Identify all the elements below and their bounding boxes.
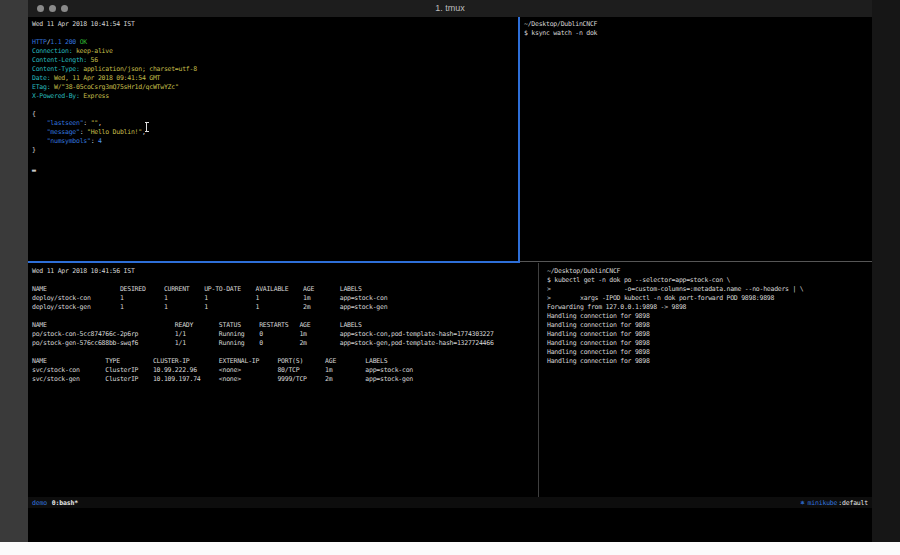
terminal-line: ~/Desktop/DublinCNCF — [547, 267, 876, 276]
pane-divider-vertical-top[interactable] — [518, 17, 520, 262]
traffic-lights — [37, 5, 68, 12]
terminal-line — [32, 155, 520, 164]
terminal-line: { — [32, 110, 520, 119]
terminal-window: 1. tmux Wed 11 Apr 2018 10:41:54 ISTHTTP… — [28, 0, 872, 542]
terminal-line: Connection: keep-alive — [32, 47, 520, 56]
terminal-line: ~/Desktop/DublinCNCF — [524, 20, 873, 29]
terminal-line: "lastseen": "", — [32, 119, 520, 128]
pane-top-right-ksync[interactable]: ~/Desktop/DublinCNCF$ ksync watch -n dok — [521, 17, 873, 264]
terminal-line: po/stock-gen-576cc688bb-swqf6 1/1 Runnin… — [32, 339, 540, 348]
terminal-line: Date: Wed, 11 Apr 2018 09:41:54 GMT — [32, 74, 520, 83]
terminal-line — [32, 101, 520, 110]
close-button[interactable] — [37, 5, 44, 12]
terminal-line: ▂ — [32, 164, 520, 173]
tmux-window-label[interactable]: 0:bash* — [52, 499, 78, 507]
maximize-button[interactable] — [61, 5, 68, 12]
helm-wheel-icon: ⎈ — [800, 498, 804, 507]
bottom-white-strip — [0, 542, 900, 555]
terminal-line: deploy/stock-con 1 1 1 1 1m app=stock-co… — [32, 294, 540, 303]
tmux-session-name: demo — [32, 499, 47, 507]
screen: 1. tmux Wed 11 Apr 2018 10:41:54 ISTHTTP… — [0, 0, 900, 555]
terminal-line: NAME READY STATUS RESTARTS AGE LABELS — [32, 321, 540, 330]
terminal-line: "message": "Hello Dublin!", — [32, 128, 520, 137]
window-titlebar: 1. tmux — [28, 0, 872, 18]
kube-namespace-label: :default — [838, 499, 868, 507]
terminal-line: Wed 11 Apr 2018 10:41:56 IST — [32, 267, 540, 276]
terminal-line: $ ksync watch -n dok — [524, 29, 873, 38]
terminal-line: Handling connection for 9898 — [547, 348, 876, 357]
terminal-line: Wed 11 Apr 2018 10:41:54 IST — [32, 20, 520, 29]
pane-bottom-left-kubectl-get[interactable]: Wed 11 Apr 2018 10:41:56 ISTNAME DESIRED… — [28, 263, 540, 500]
terminal-line: > -o=custom-columns=:metadata.name --no-… — [547, 285, 876, 294]
terminal-line: Content-Type: application/json; charset=… — [32, 65, 520, 74]
terminal-line: Content-Length: 56 — [32, 56, 520, 65]
pane-divider-vertical-bottom[interactable] — [538, 263, 539, 497]
terminal-line: HTTP/1.1 200 OK — [32, 38, 520, 47]
window-title: 1. tmux — [28, 0, 872, 17]
terminal-line: Handling connection for 9898 — [547, 321, 876, 330]
terminal-line: svc/stock-con ClusterIP 10.99.222.96 <no… — [32, 366, 540, 375]
terminal-line: } — [32, 146, 520, 155]
minimize-button[interactable] — [49, 5, 56, 12]
terminal-line: Handling connection for 9898 — [547, 339, 876, 348]
tmux-status-bar: demo 0:bash* ⎈ minikube :default — [28, 497, 872, 508]
terminal-line: "numsymbols": 4 — [32, 137, 520, 146]
terminal-line: NAME TYPE CLUSTER-IP EXTERNAL-IP PORT(S)… — [32, 357, 540, 366]
terminal-line: Handling connection for 9898 — [547, 357, 876, 366]
terminal-line: svc/stock-gen ClusterIP 10.109.197.74 <n… — [32, 375, 540, 384]
terminal-line — [32, 276, 540, 285]
mouse-cursor — [146, 123, 147, 131]
terminal-line — [32, 348, 540, 357]
terminal-line: po/stock-con-5cc874766c-2p6rp 1/1 Runnin… — [32, 330, 540, 339]
terminal-line: $ kubectl get -n dok po --selector=app=s… — [547, 276, 876, 285]
terminal-line: NAME DESIRED CURRENT UP-TO-DATE AVAILABL… — [32, 285, 540, 294]
status-bar-right: ⎈ minikube :default — [800, 498, 868, 507]
pane-top-left-http-response[interactable]: Wed 11 Apr 2018 10:41:54 ISTHTTP/1.1 200… — [28, 17, 520, 264]
terminal-line: ETag: W/"38-05coCsrg3mQ75sHr1d/qcWTwYZc" — [32, 83, 520, 92]
terminal-line: > xargs -IPOD kubectl -n dok port-forwar… — [547, 294, 876, 303]
desktop-background-right — [872, 0, 900, 542]
desktop-background-left — [0, 0, 28, 542]
terminal-line: Handling connection for 9898 — [547, 330, 876, 339]
pane-bottom-right-port-forward[interactable]: ~/Desktop/DublinCNCF$ kubectl get -n dok… — [541, 263, 876, 500]
terminal-line: X-Powered-By: Express — [32, 92, 520, 101]
terminal-line — [32, 29, 520, 38]
terminal-line: Handling connection for 9898 — [547, 312, 876, 321]
terminal-line: deploy/stock-gen 1 1 1 1 2m app=stock-ge… — [32, 303, 540, 312]
terminal-line: Forwarding from 127.0.0.1:9898 -> 9898 — [547, 303, 876, 312]
pane-divider-horizontal[interactable] — [520, 261, 872, 262]
terminal-line — [32, 312, 540, 321]
kube-context-label: minikube — [808, 499, 838, 507]
